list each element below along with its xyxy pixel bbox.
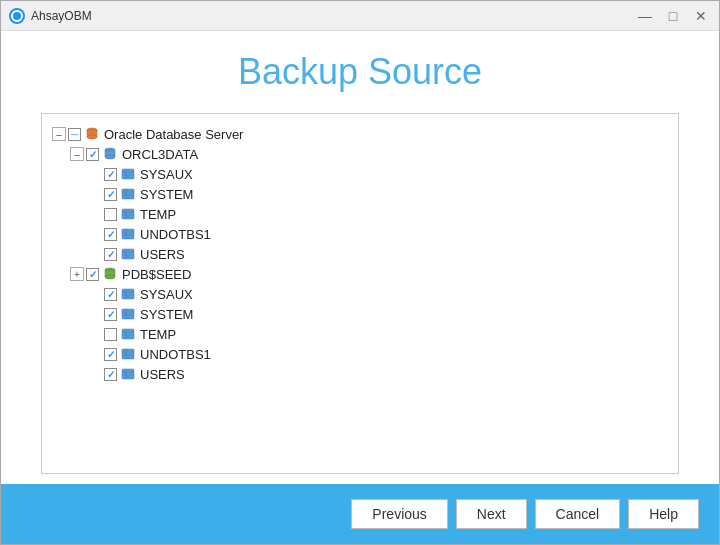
tree-item-undotbs1-1: UNDOTBS1 — [88, 224, 668, 244]
backup-source-tree: – Oracle Database Server – — [41, 113, 679, 474]
footer: Previous Next Cancel Help — [1, 484, 719, 544]
undotbs1-2-label: UNDOTBS1 — [140, 347, 211, 362]
titlebar: AhsayOBM — □ ✕ — [1, 1, 719, 31]
svg-rect-14 — [122, 209, 134, 219]
cb-users2[interactable] — [104, 368, 117, 381]
db-icon-pdbseed — [102, 267, 118, 281]
cb-root[interactable] — [68, 128, 81, 141]
cb-users1[interactable] — [104, 248, 117, 261]
cb-orcl3data[interactable] — [86, 148, 99, 161]
svg-rect-10 — [122, 189, 134, 199]
svg-rect-41 — [122, 349, 134, 359]
tree-item-temp2: TEMP — [88, 324, 668, 344]
cb-temp2[interactable] — [104, 328, 117, 341]
main-content: Backup Source – Oracle Database Server – — [1, 31, 719, 484]
svg-point-28 — [105, 275, 115, 279]
close-button[interactable]: ✕ — [691, 6, 711, 26]
tbl-icon-users2 — [120, 367, 136, 381]
tree-item-system2: SYSTEM — [88, 304, 668, 324]
maximize-button[interactable]: □ — [663, 6, 683, 26]
tbl-icon-undotbs1-1 — [120, 227, 136, 241]
tbl-icon-sysaux1 — [120, 167, 136, 181]
tree-root: – Oracle Database Server — [52, 124, 668, 144]
cb-undotbs1-2[interactable] — [104, 348, 117, 361]
svg-rect-6 — [122, 169, 134, 179]
app-title: AhsayOBM — [31, 9, 92, 23]
tree-item-users1: USERS — [88, 244, 668, 264]
svg-rect-37 — [122, 329, 134, 339]
cb-pdbseed[interactable] — [86, 268, 99, 281]
next-button[interactable]: Next — [456, 499, 527, 529]
page-title: Backup Source — [41, 51, 679, 93]
previous-button[interactable]: Previous — [351, 499, 447, 529]
titlebar-left: AhsayOBM — [9, 8, 92, 24]
tree-item-users2: USERS — [88, 364, 668, 384]
tree-item-sysaux2: SYSAUX — [88, 284, 668, 304]
svg-rect-29 — [122, 289, 134, 299]
tbl-icon-temp1 — [120, 207, 136, 221]
tree-orcl3data: – ORCL3DATA — [70, 144, 668, 164]
temp1-label: TEMP — [140, 207, 176, 222]
cb-undotbs1-1[interactable] — [104, 228, 117, 241]
svg-rect-45 — [122, 369, 134, 379]
sysaux1-label: SYSAUX — [140, 167, 193, 182]
tbl-icon-undotbs1-2 — [120, 347, 136, 361]
temp2-label: TEMP — [140, 327, 176, 342]
help-button[interactable]: Help — [628, 499, 699, 529]
system2-label: SYSTEM — [140, 307, 193, 322]
cancel-button[interactable]: Cancel — [535, 499, 621, 529]
titlebar-controls: — □ ✕ — [635, 6, 711, 26]
tbl-icon-sysaux2 — [120, 287, 136, 301]
cb-sysaux2[interactable] — [104, 288, 117, 301]
cb-system2[interactable] — [104, 308, 117, 321]
expand-pdbseed[interactable]: + — [70, 267, 84, 281]
tree-root-label: Oracle Database Server — [104, 127, 243, 142]
minimize-button[interactable]: — — [635, 6, 655, 26]
orcl3data-label: ORCL3DATA — [122, 147, 198, 162]
pdbseed-label: PDB$SEED — [122, 267, 191, 282]
expand-orcl3data[interactable]: – — [70, 147, 84, 161]
tree-item-sysaux1: SYSAUX — [88, 164, 668, 184]
tbl-icon-system1 — [120, 187, 136, 201]
app-icon — [9, 8, 25, 24]
tree-item-system1: SYSTEM — [88, 184, 668, 204]
cb-system1[interactable] — [104, 188, 117, 201]
tbl-icon-system2 — [120, 307, 136, 321]
svg-rect-18 — [122, 229, 134, 239]
undotbs1-1-label: UNDOTBS1 — [140, 227, 211, 242]
tree-pdbseed: + PDB$SEED — [70, 264, 668, 284]
cb-sysaux1[interactable] — [104, 168, 117, 181]
sysaux2-label: SYSAUX — [140, 287, 193, 302]
system1-label: SYSTEM — [140, 187, 193, 202]
users1-label: USERS — [140, 247, 185, 262]
svg-point-5 — [105, 155, 115, 159]
svg-point-2 — [87, 135, 97, 139]
db-icon — [84, 127, 100, 141]
users2-label: USERS — [140, 367, 185, 382]
tbl-icon-temp2 — [120, 327, 136, 341]
svg-rect-22 — [122, 249, 134, 259]
svg-rect-33 — [122, 309, 134, 319]
tbl-icon-users1 — [120, 247, 136, 261]
cb-temp1[interactable] — [104, 208, 117, 221]
tree-item-undotbs1-2: UNDOTBS1 — [88, 344, 668, 364]
tree-item-temp1: TEMP — [88, 204, 668, 224]
expand-root[interactable]: – — [52, 127, 66, 141]
db-icon-orcl3data — [102, 147, 118, 161]
